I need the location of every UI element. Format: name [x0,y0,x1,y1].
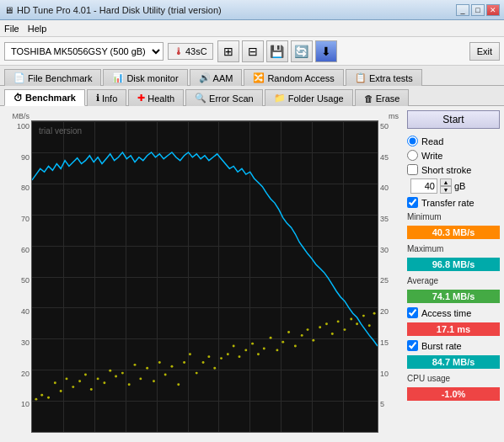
tab-health[interactable]: ✚ Health [128,89,184,106]
benchmark-icon: ⏱ [13,93,23,103]
svg-point-32 [233,345,235,348]
svg-point-47 [325,322,328,325]
y-right-20: 20 [380,307,399,316]
svg-point-48 [331,333,334,335]
spin-up[interactable]: ▲ [440,178,452,186]
tab-random-access[interactable]: 🔀 Random Access [244,69,343,86]
cpu-usage-label: CPU usage [407,374,500,383]
tab-aam[interactable]: 🔊 AAM [190,69,243,86]
tab-erase[interactable]: 🗑 Erase [355,89,410,106]
main-content: MB/s ms trial version [0,106,504,442]
y-right-15: 15 [380,338,399,347]
maximum-value: 96.8 MB/s [407,258,500,271]
svg-point-7 [78,380,81,382]
y-label-70: 70 [4,215,29,223]
svg-point-15 [128,383,131,386]
minimum-label: Minimum [407,212,500,221]
start-button[interactable]: Start [407,110,500,129]
write-radio[interactable] [407,150,418,161]
right-panel: Start Read Write Short stroke ▲ ▼ gB Tra… [403,106,504,442]
tab-label: Health [147,93,174,104]
short-stroke-label: Short stroke [421,165,471,175]
short-stroke-checkbox[interactable] [407,164,418,175]
svg-point-52 [356,322,358,325]
svg-point-1 [40,394,43,397]
y-right-45: 45 [380,153,399,162]
short-stroke-input[interactable] [410,178,437,194]
svg-point-43 [301,334,303,337]
y-left-unit: MB/s [4,112,29,120]
svg-point-22 [170,365,173,368]
spin-down[interactable]: ▼ [440,186,452,194]
tab-file-benchmark[interactable]: 📄 File Benchmark [4,69,101,86]
read-radio[interactable] [407,136,418,146]
svg-point-33 [239,355,241,358]
error-scan-icon: 🔍 [195,93,206,104]
y-label-90: 90 [4,153,29,162]
transfer-rate-row: Transfer rate [407,197,500,208]
svg-point-28 [207,355,210,358]
tab-label: Disk monitor [126,73,178,83]
tab-info[interactable]: ℹ Info [87,89,126,106]
access-time-checkbox[interactable] [407,307,418,318]
svg-point-16 [134,364,137,366]
svg-point-24 [183,361,185,364]
average-label: Average [407,276,500,285]
menu-help[interactable]: Help [28,24,47,34]
read-label: Read [421,136,443,146]
read-radio-row: Read [407,136,500,146]
svg-point-40 [281,341,284,343]
svg-point-42 [294,345,297,348]
folder-usage-icon: 📁 [274,93,286,104]
window-controls: _ □ ✕ [456,4,500,16]
icon-btn-2[interactable]: ⊟ [242,40,264,62]
disk-dropdown[interactable]: TOSHIBA MK5056GSY (500 gB) [4,42,164,61]
icon-btn-3[interactable]: 💾 [266,40,288,62]
short-stroke-spinner: ▲ ▼ gB [410,178,500,194]
y-label-10: 10 [4,400,29,408]
svg-point-0 [35,398,37,401]
burst-rate-label: Burst rate [421,341,462,351]
svg-point-17 [139,377,142,380]
icon-btn-1[interactable]: ⊞ [217,40,239,62]
titlebar: 🖥 HD Tune Pro 4.01 - Hard Disk Utility (… [0,0,504,20]
access-time-value: 17.1 ms [407,322,500,336]
temperature-value: 43sC [185,46,207,56]
tabs-row1: 📄 File Benchmark 📊 Disk monitor 🔊 AAM 🔀 … [0,66,504,86]
svg-point-55 [373,312,376,315]
tab-label: Erase [376,93,400,104]
y-right-unit: ms [380,112,399,120]
minimize-button[interactable]: _ [456,4,469,16]
close-button[interactable]: ✕ [486,4,500,16]
burst-rate-value: 84.7 MB/s [407,355,500,369]
maximum-label: Maximum [407,244,500,253]
exit-button[interactable]: Exit [469,42,500,61]
tab-disk-monitor[interactable]: 📊 Disk monitor [103,69,187,86]
menu-file[interactable]: File [4,24,19,34]
svg-point-2 [47,397,50,399]
tab-benchmark[interactable]: ⏱ Benchmark [4,89,85,106]
tab-extra-tests[interactable]: 📋 Extra tests [346,69,422,86]
icon-btn-5[interactable]: ⬇ [315,40,337,62]
icon-btn-4[interactable]: 🔄 [291,40,313,62]
svg-point-4 [60,390,62,392]
y-axis-left: 100 90 80 70 60 50 40 30 20 10 [4,120,29,433]
svg-point-11 [103,381,105,384]
transfer-rate-checkbox[interactable] [407,197,418,208]
burst-rate-checkbox[interactable] [407,340,418,351]
tab-error-scan[interactable]: 🔍 Error Scan [185,89,263,106]
maximize-button[interactable]: □ [471,4,485,16]
random-access-icon: 🔀 [253,72,265,83]
app-icon: 🖥 [4,5,13,15]
toolbar-icons: ⊞ ⊟ 💾 🔄 ⬇ [217,40,337,62]
info-icon: ℹ [96,93,99,104]
y-axis-right: 50 45 40 35 30 25 20 15 10 5 [380,120,399,433]
tab-label: Benchmark [25,93,76,103]
disk-monitor-icon: 📊 [112,72,124,83]
tab-folder-usage[interactable]: 📁 Folder Usage [265,89,353,106]
short-stroke-row: Short stroke [407,164,500,175]
transfer-rate-line [32,152,378,346]
tab-label: Error Scan [209,93,254,104]
svg-point-54 [368,324,371,327]
cpu-usage-value: -1.0% [407,387,500,401]
